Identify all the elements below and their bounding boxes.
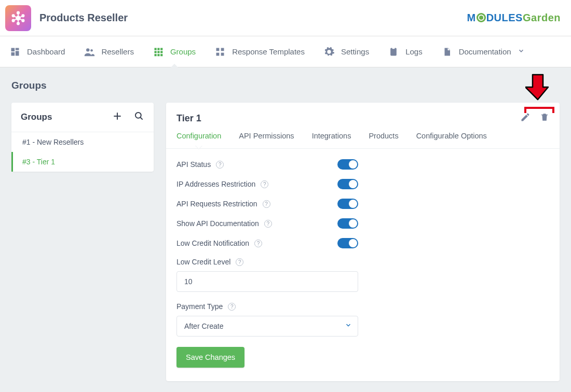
subtab-products[interactable]: Products xyxy=(369,132,398,148)
subtab-integrations[interactable]: Integrations xyxy=(312,132,351,148)
toggle-show-api-docs[interactable] xyxy=(337,218,358,229)
help-icon[interactable]: ? xyxy=(228,303,236,311)
nav-label: Documentation xyxy=(459,47,511,56)
label-low-credit-notification: Low Credit Notification xyxy=(176,239,249,247)
nav-response-templates[interactable]: Response Templates xyxy=(214,46,305,58)
svg-rect-29 xyxy=(221,48,224,51)
help-icon[interactable]: ? xyxy=(261,180,268,188)
nav-documentation[interactable]: Documentation xyxy=(441,46,525,58)
chevron-down-icon xyxy=(518,47,525,56)
label-ip-restriction: IP Addresses Restriction xyxy=(176,180,255,188)
label-api-status: API Status xyxy=(176,160,211,169)
row-show-api-docs: Show API Documentation? xyxy=(176,218,549,229)
nav-resellers[interactable]: Resellers xyxy=(84,46,134,58)
main-nav: Dashboard Resellers Groups Response Temp… xyxy=(0,36,571,67)
toggle-api-requests-restriction[interactable] xyxy=(337,199,358,209)
select-payment-type[interactable]: After Create xyxy=(176,316,358,337)
nav-label: Logs xyxy=(405,47,423,56)
gear-icon xyxy=(323,46,335,58)
help-icon[interactable]: ? xyxy=(216,161,224,169)
document-icon xyxy=(441,46,453,58)
nav-settings[interactable]: Settings xyxy=(323,46,369,58)
svg-point-36 xyxy=(135,113,141,118)
brand-logo: MDULESGarden xyxy=(467,12,561,24)
svg-rect-26 xyxy=(157,54,159,56)
svg-rect-20 xyxy=(157,48,159,50)
help-icon[interactable]: ? xyxy=(254,240,262,247)
svg-rect-21 xyxy=(160,48,162,50)
label-show-api-docs: Show API Documentation xyxy=(176,219,259,228)
people-icon xyxy=(84,46,95,58)
group-subtabs: Configuration API Permissions Integratio… xyxy=(166,132,560,149)
annotation-bracket-icon xyxy=(524,107,554,116)
help-icon[interactable]: ? xyxy=(236,258,243,266)
svg-rect-14 xyxy=(16,48,19,50)
help-icon[interactable]: ? xyxy=(263,200,270,208)
svg-rect-32 xyxy=(390,48,397,55)
svg-rect-31 xyxy=(221,52,224,55)
nav-label: Dashboard xyxy=(27,47,65,56)
groups-sidebar: Groups #1 - New Resellers #3 - Tier 1 xyxy=(11,103,154,172)
clipboard-icon xyxy=(388,46,399,58)
svg-rect-24 xyxy=(160,51,162,53)
toggle-api-status[interactable] xyxy=(337,159,358,170)
sidebar-title: Groups xyxy=(21,112,52,122)
svg-line-37 xyxy=(141,118,143,120)
save-button[interactable]: Save Changes xyxy=(176,347,244,368)
globe-icon xyxy=(477,13,486,22)
template-icon xyxy=(214,46,226,58)
block-low-credit-level: Low Credit Level? xyxy=(176,258,549,292)
nav-groups[interactable]: Groups xyxy=(153,46,196,58)
label-api-requests-restriction: API Requests Restriction xyxy=(176,200,257,208)
row-api-status: API Status? xyxy=(176,159,549,170)
svg-rect-19 xyxy=(154,48,156,50)
help-icon[interactable]: ? xyxy=(264,220,272,228)
search-button[interactable] xyxy=(134,111,144,123)
toggle-ip-restriction[interactable] xyxy=(337,179,358,189)
svg-rect-25 xyxy=(154,54,156,56)
add-group-button[interactable] xyxy=(112,111,123,123)
nav-label: Resellers xyxy=(101,47,134,56)
nav-label: Settings xyxy=(341,47,369,56)
group-detail-card: Tier 1 Configuration API Permissions Int… xyxy=(166,103,560,381)
svg-rect-22 xyxy=(154,51,156,53)
svg-rect-28 xyxy=(216,48,220,51)
app-title: Products Reseller xyxy=(39,12,128,24)
configuration-form: API Status? IP Addresses Restriction? AP… xyxy=(166,149,560,381)
svg-rect-13 xyxy=(11,48,15,51)
subtab-configurable-options[interactable]: Configurable Options xyxy=(416,132,487,148)
topbar: Products Reseller MDULESGarden xyxy=(0,0,571,36)
input-low-credit-level[interactable] xyxy=(176,271,358,292)
nav-label: Groups xyxy=(170,47,196,56)
app-logo xyxy=(5,5,31,31)
subtab-configuration[interactable]: Configuration xyxy=(176,132,221,148)
annotation-arrow-icon xyxy=(525,73,550,104)
label-payment-type: Payment Type xyxy=(176,302,223,311)
svg-rect-16 xyxy=(11,52,15,55)
label-low-credit-level: Low Credit Level xyxy=(176,258,230,266)
nav-label: Response Templates xyxy=(232,47,305,56)
svg-rect-15 xyxy=(16,51,19,55)
block-payment-type: Payment Type? After Create xyxy=(176,302,549,337)
subtab-api-permissions[interactable]: API Permissions xyxy=(239,132,294,148)
page-title: Groups xyxy=(11,80,560,91)
nav-dashboard[interactable]: Dashboard xyxy=(9,46,65,58)
row-ip-restriction: IP Addresses Restriction? xyxy=(176,179,549,189)
toggle-low-credit-notification[interactable] xyxy=(337,238,358,248)
grid-icon xyxy=(153,46,164,58)
svg-point-18 xyxy=(91,49,93,51)
group-item-1[interactable]: #1 - New Resellers xyxy=(11,132,154,152)
svg-rect-23 xyxy=(157,51,159,53)
svg-rect-33 xyxy=(392,47,395,48)
group-item-3[interactable]: #3 - Tier 1 xyxy=(11,152,154,172)
group-title: Tier 1 xyxy=(176,113,201,124)
group-list: #1 - New Resellers #3 - Tier 1 xyxy=(11,132,154,172)
svg-point-17 xyxy=(86,48,89,51)
page-body: Groups Groups #1 - New Resellers #3 - Ti… xyxy=(0,67,571,392)
row-api-requests-restriction: API Requests Restriction? xyxy=(176,199,549,209)
svg-rect-30 xyxy=(216,52,220,55)
row-low-credit-notification: Low Credit Notification? xyxy=(176,238,549,248)
nav-logs[interactable]: Logs xyxy=(388,46,423,58)
dashboard-icon xyxy=(9,46,21,58)
svg-rect-27 xyxy=(160,54,162,56)
